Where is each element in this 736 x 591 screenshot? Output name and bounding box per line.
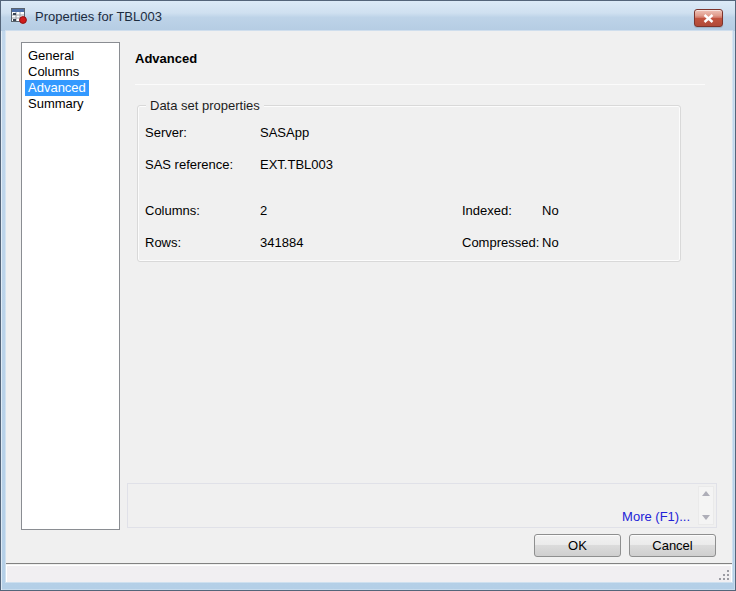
sidebar-item-general[interactable]: General [25,48,118,64]
cancel-button[interactable]: Cancel [629,534,716,557]
field-row-columns-indexed: Columns: 2 Indexed: No [138,204,678,218]
field-label: Columns: [145,204,200,218]
more-help-link[interactable]: More (F1)... [622,509,690,524]
heading-divider [135,84,705,85]
field-value: No [542,236,559,250]
sidebar-item-advanced[interactable]: Advanced [25,80,118,96]
notes-panel: More (F1)... [127,483,717,528]
close-icon [703,14,714,23]
sidebar-item-label: General [25,48,77,64]
field-label: Indexed: [462,204,512,218]
field-row-server: Server: SASApp [138,126,678,140]
field-label: Compressed: [462,236,539,250]
ok-button[interactable]: OK [534,534,621,557]
field-row-rows-compressed: Rows: 341884 Compressed: No [138,236,678,250]
field-label: Server: [145,126,187,140]
data-table-icon [11,8,27,24]
groupbox-title: Data set properties [146,98,264,113]
sidebar-item-summary[interactable]: Summary [25,96,118,112]
field-label: SAS reference: [145,158,233,172]
triangle-up-icon [702,491,710,496]
dataset-properties-groupbox: Data set properties Server: SASApp SAS r… [137,105,681,262]
field-value: 2 [260,204,267,218]
field-row-sas-reference: SAS reference: EXT.TBL003 [138,158,678,172]
scroll-down-button[interactable] [699,511,713,524]
sidebar-item-label-selected: Advanced [25,80,89,96]
category-listbox[interactable]: General Columns Advanced Summary [21,42,120,530]
sidebar-item-label: Columns [25,64,82,80]
titlebar[interactable]: Properties for TBL003 [1,1,735,31]
dialog-client-area: General Columns Advanced Summary Advance… [6,31,732,582]
sidebar-item-columns[interactable]: Columns [25,64,118,80]
properties-dialog: Properties for TBL003 General Columns Ad… [0,0,736,591]
scroll-up-button[interactable] [699,487,713,500]
vertical-scrollbar[interactable] [698,486,714,525]
triangle-down-icon [702,515,710,520]
close-button[interactable] [694,9,723,27]
field-value: 341884 [260,236,303,250]
window-title: Properties for TBL003 [35,9,162,24]
status-bar [6,565,732,582]
field-value: No [542,204,559,218]
resize-grip-icon[interactable] [717,567,730,580]
sidebar-item-label: Summary [25,96,87,112]
field-value: EXT.TBL003 [260,158,333,172]
status-divider [6,563,732,564]
field-label: Rows: [145,236,181,250]
page-title: Advanced [135,51,197,66]
field-value: SASApp [260,126,309,140]
